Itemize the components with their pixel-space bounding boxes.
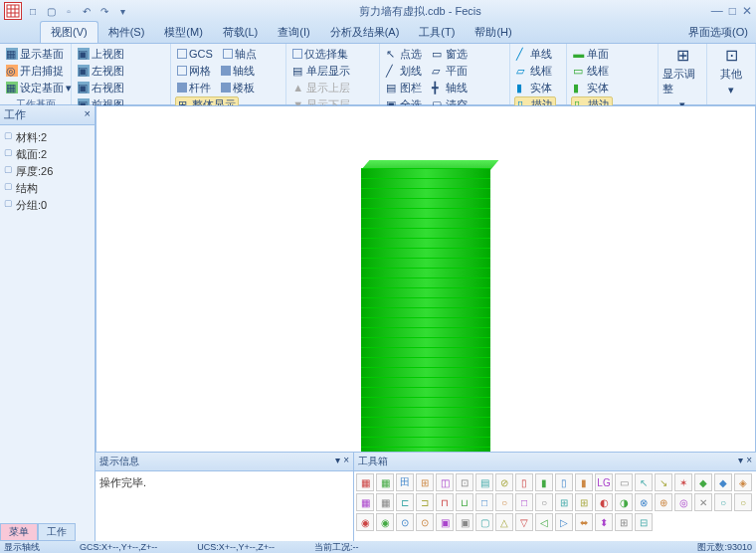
- chk-node[interactable]: 轴点: [221, 46, 259, 62]
- tool-button[interactable]: ▷: [555, 513, 573, 531]
- tool-button[interactable]: ▽: [515, 513, 533, 531]
- mm-wire[interactable]: ▱线框: [514, 63, 554, 79]
- wm-solid[interactable]: ▮实体: [571, 80, 611, 95]
- tool-button[interactable]: □: [515, 493, 533, 511]
- wm-wire[interactable]: ▭线框: [571, 63, 611, 79]
- tab-analysis[interactable]: 分析及结果(A): [320, 22, 410, 43]
- tool-button[interactable]: ⊞: [615, 513, 633, 531]
- tool-button[interactable]: ◁: [535, 513, 553, 531]
- tab-view[interactable]: 视图(V): [40, 21, 98, 43]
- tool-button[interactable]: □: [475, 493, 493, 511]
- show-plane[interactable]: ▦显示基面: [4, 46, 66, 62]
- tree-item[interactable]: 厚度:26: [4, 163, 91, 180]
- work-tree[interactable]: 材料:2 截面:2 厚度:26 结构 分组:0: [0, 125, 94, 541]
- tool-button[interactable]: ⊔: [456, 493, 473, 511]
- tool-button[interactable]: ⊘: [495, 473, 513, 491]
- single-layer[interactable]: ▤单层显示: [290, 63, 352, 79]
- app-icon[interactable]: [4, 2, 22, 20]
- tree-item[interactable]: 材料:2: [4, 129, 91, 146]
- tool-button[interactable]: ○: [495, 493, 513, 511]
- tab-load[interactable]: 荷载(L): [213, 22, 268, 43]
- other-button[interactable]: ⊡其他▾: [711, 46, 751, 96]
- tool-button[interactable]: ◈: [734, 473, 752, 491]
- tool-button[interactable]: ▦: [356, 473, 374, 491]
- tool-button[interactable]: ⊡: [456, 473, 473, 491]
- chk-grid[interactable]: 网格: [175, 63, 213, 79]
- new-icon[interactable]: □: [26, 4, 40, 18]
- tool-button[interactable]: ⊕: [655, 493, 672, 511]
- sel-line[interactable]: ╱划线: [384, 63, 424, 79]
- tool-button[interactable]: LG: [595, 473, 613, 491]
- tool-button[interactable]: ⬍: [595, 513, 613, 531]
- tool-button[interactable]: ↘: [655, 473, 672, 491]
- undo-icon[interactable]: ↶: [80, 4, 94, 18]
- tool-button[interactable]: ◐: [595, 493, 613, 511]
- tool-button[interactable]: ⊙: [416, 513, 434, 531]
- tool-button[interactable]: ⊞: [575, 493, 593, 511]
- wm-face[interactable]: ▬单面: [571, 46, 611, 62]
- set-plane[interactable]: ▦设定基面▾: [4, 80, 74, 95]
- tool-button[interactable]: ▯: [555, 473, 573, 491]
- minimize-button[interactable]: —: [711, 4, 723, 18]
- tool-button[interactable]: ◉: [356, 513, 374, 531]
- chk-axis[interactable]: 轴线: [219, 63, 257, 79]
- tool-button[interactable]: ⬌: [575, 513, 593, 531]
- tool-button[interactable]: ⊟: [635, 513, 653, 531]
- top-view[interactable]: ▣上视图: [76, 46, 126, 62]
- tool-button[interactable]: ◑: [615, 493, 633, 511]
- tool-button[interactable]: ▮: [575, 473, 593, 491]
- tool-button[interactable]: ▦: [376, 493, 394, 511]
- save-icon[interactable]: ▫: [62, 4, 76, 18]
- tool-button[interactable]: ○: [535, 493, 553, 511]
- tab-help[interactable]: 帮助(H): [465, 22, 521, 43]
- chk-member[interactable]: 杆件: [175, 80, 213, 95]
- tool-button[interactable]: ◫: [436, 473, 454, 491]
- tool-button[interactable]: ✶: [674, 473, 692, 491]
- close-button[interactable]: ✕: [742, 4, 752, 18]
- chk-slab[interactable]: 楼板: [219, 80, 257, 95]
- panel-pin-icon[interactable]: ▾ ×: [738, 455, 752, 468]
- maximize-button[interactable]: □: [729, 4, 736, 18]
- sel-layer[interactable]: ▤图栏: [384, 80, 424, 95]
- tool-button[interactable]: ⊞: [555, 493, 573, 511]
- enable-snap[interactable]: ◎开启捕捉: [4, 63, 66, 79]
- chk-gcs[interactable]: GCS: [175, 46, 215, 62]
- tab-menu[interactable]: 菜单: [0, 523, 38, 541]
- tool-button[interactable]: ◆: [714, 473, 732, 491]
- left-view[interactable]: ▣左视图: [76, 63, 126, 79]
- tool-button[interactable]: ▦: [356, 493, 374, 511]
- sel-only[interactable]: 仅选择集: [290, 46, 350, 62]
- tool-button[interactable]: ⊞: [416, 473, 434, 491]
- tool-button[interactable]: ◉: [376, 513, 394, 531]
- panel-pin-icon[interactable]: ▾ ×: [335, 455, 349, 468]
- tool-button[interactable]: ◎: [674, 493, 692, 511]
- tab-query[interactable]: 查询(I): [268, 22, 319, 43]
- tab-model[interactable]: 模型(M): [154, 22, 213, 43]
- tool-button[interactable]: ▤: [475, 473, 493, 491]
- tree-item[interactable]: 分组:0: [4, 197, 91, 214]
- tab-tools[interactable]: 工具(T): [409, 22, 465, 43]
- tool-button[interactable]: 田: [396, 473, 414, 491]
- display-adjust-button[interactable]: ⊞显示调整▾: [662, 46, 702, 111]
- right-view[interactable]: ▣右视图: [76, 80, 126, 95]
- tree-item[interactable]: 截面:2: [4, 146, 91, 163]
- tool-button[interactable]: ○: [734, 493, 752, 511]
- open-icon[interactable]: ▢: [44, 4, 58, 18]
- tool-button[interactable]: ▦: [376, 473, 394, 491]
- qat-more-icon[interactable]: ▾: [115, 4, 129, 18]
- sel-plane[interactable]: ▱平面: [430, 63, 470, 79]
- tool-button[interactable]: ◆: [694, 473, 712, 491]
- tool-button[interactable]: ⊗: [635, 493, 653, 511]
- tool-button[interactable]: △: [495, 513, 513, 531]
- tool-button[interactable]: ○: [714, 493, 732, 511]
- tree-item[interactable]: 结构: [4, 180, 91, 197]
- sel-window[interactable]: ▭窗选: [430, 46, 470, 62]
- tool-button[interactable]: ▣: [436, 513, 454, 531]
- sel-point[interactable]: ↖点选: [384, 46, 424, 62]
- tool-button[interactable]: ⊙: [396, 513, 414, 531]
- sel-axis[interactable]: ╋轴线: [430, 80, 470, 95]
- tool-button[interactable]: ⊓: [436, 493, 454, 511]
- tab-member[interactable]: 构件(S): [98, 22, 155, 43]
- tool-button[interactable]: ⊐: [416, 493, 434, 511]
- tool-button[interactable]: ▯: [515, 473, 533, 491]
